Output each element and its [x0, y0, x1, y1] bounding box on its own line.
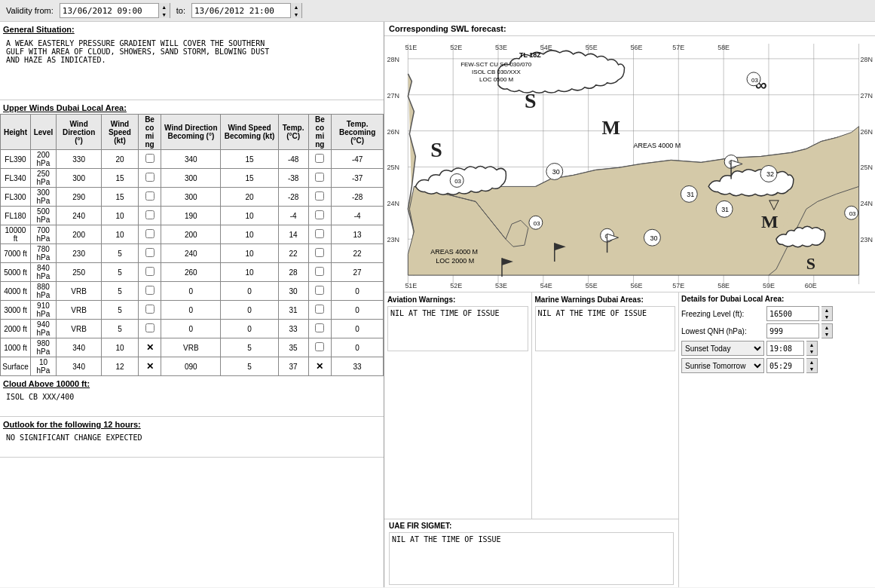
from-date-up[interactable]: ▲ [159, 3, 170, 11]
cell-level: 250 hPa [30, 169, 56, 188]
cell-level: 910 hPa [30, 301, 56, 320]
svg-text:52E: 52E [450, 44, 462, 51]
cell-beco2[interactable] [308, 169, 332, 188]
svg-text:55E: 55E [586, 282, 598, 289]
from-date-input-group[interactable]: ▲ ▼ [60, 3, 170, 18]
freezing-level-row: Freezing Level (ft): ▲ ▼ [681, 306, 873, 321]
cell-beco1[interactable] [138, 282, 161, 301]
cell-beco2[interactable] [308, 320, 332, 338]
cell-beco1[interactable]: ✕ [138, 357, 161, 376]
sunrise-time-input[interactable] [766, 358, 804, 373]
cell-wind-spd: 15 [102, 169, 138, 188]
cell-beco1[interactable] [138, 150, 161, 169]
sunset-time-down[interactable]: ▼ [806, 348, 817, 355]
sunset-time-input[interactable] [766, 341, 804, 356]
sunrise-time-down[interactable]: ▼ [806, 366, 817, 372]
lowest-qnh-down[interactable]: ▼ [821, 331, 832, 338]
cell-wind-dir: VRB [56, 320, 101, 338]
cell-beco1[interactable] [138, 320, 161, 338]
svg-text:58E: 58E [717, 44, 730, 51]
cell-temp: 37 [278, 357, 308, 376]
winds-table-row: 2000 ft940 hPaVRB500330 [1, 320, 384, 338]
lowest-qnh-spinner[interactable]: ▲ ▼ [821, 323, 833, 338]
svg-text:55E: 55E [586, 44, 598, 51]
svg-text:54E: 54E [540, 282, 552, 289]
cell-beco1[interactable] [138, 301, 161, 320]
sunrise-time-spinner[interactable]: ▲ ▼ [806, 358, 818, 373]
svg-text:51E: 51E [405, 282, 417, 289]
cell-beco2[interactable] [308, 244, 332, 263]
to-date-input[interactable] [192, 4, 290, 17]
freezing-level-spinner[interactable]: ▲ ▼ [821, 306, 833, 321]
cell-wind-dir: 250 [56, 263, 101, 282]
freezing-level-input[interactable] [766, 306, 819, 321]
to-date-down[interactable]: ▼ [291, 11, 301, 18]
map-container: 28N 27N 26N 25N 24N 23N 51E 52E 53E 54E … [384, 36, 875, 292]
cell-temp: 22 [278, 244, 308, 263]
freezing-level-up[interactable]: ▲ [821, 307, 832, 314]
upper-winds-section: Upper Winds Dubai Local Area: Height Lev… [0, 100, 384, 376]
from-date-down[interactable]: ▼ [159, 11, 170, 18]
cell-height: 7000 ft [1, 244, 31, 263]
cell-beco2[interactable] [308, 225, 332, 244]
cell-wind-dir: 330 [56, 150, 101, 169]
cell-beco1[interactable] [138, 225, 161, 244]
sunrise-row: Sunrise Tomorrow Sunrise Today ▲ ▼ [681, 358, 873, 373]
cell-beco2[interactable] [308, 282, 332, 301]
cell-level: 300 hPa [30, 188, 56, 207]
marine-warnings-label: Marine Warnings Dubai Areas: [535, 296, 676, 304]
cloud-above-title: Cloud Above 10000 ft: [3, 379, 381, 388]
to-date-up[interactable]: ▲ [291, 3, 301, 11]
svg-text:26N: 26N [387, 128, 399, 136]
sunset-row: Sunset Today Sunset Tomorrow ▲ ▼ [681, 341, 873, 356]
cell-level: 700 hPa [30, 225, 56, 244]
svg-text:AREAS 4000 M: AREAS 4000 M [430, 248, 478, 256]
from-date-spinner[interactable]: ▲ ▼ [158, 3, 170, 18]
winds-table-row: FL300300 hPa2901530020-28-28 [1, 188, 384, 207]
cell-beco2[interactable] [308, 207, 332, 225]
to-date-spinner[interactable]: ▲ ▼ [290, 3, 301, 18]
cell-beco1[interactable] [138, 188, 161, 207]
map-svg: 28N 27N 26N 25N 24N 23N 51E 52E 53E 54E … [384, 36, 875, 292]
lowest-qnh-input[interactable] [766, 323, 819, 338]
svg-text:32: 32 [766, 170, 774, 178]
cell-beco2[interactable] [308, 263, 332, 282]
cell-temp: 28 [278, 263, 308, 282]
cell-wind-dir-bec: 240 [161, 244, 221, 263]
cell-level: 940 hPa [30, 320, 56, 338]
cell-beco1[interactable]: ✕ [138, 338, 161, 357]
aviation-warnings-box: Aviation Warnings: NIL AT THE TIME OF IS… [384, 292, 532, 519]
freezing-level-down[interactable]: ▼ [821, 314, 832, 320]
sunset-time-up[interactable]: ▲ [806, 341, 817, 348]
left-warnings-section: Aviation Warnings: NIL AT THE TIME OF IS… [384, 292, 679, 587]
lowest-qnh-up[interactable]: ▲ [821, 324, 832, 331]
cell-beco2[interactable] [308, 188, 332, 207]
svg-text:LOC 2000 M: LOC 2000 M [436, 257, 474, 265]
cell-beco1[interactable] [138, 207, 161, 225]
cell-beco2[interactable] [308, 338, 332, 357]
cell-height: 4000 ft [1, 282, 31, 301]
sunset-time-spinner[interactable]: ▲ ▼ [806, 341, 818, 356]
cell-wind-spd-bec: 10 [221, 207, 278, 225]
svg-text:57E: 57E [672, 44, 684, 51]
cell-beco1[interactable] [138, 244, 161, 263]
sunrise-select[interactable]: Sunrise Tomorrow Sunrise Today [681, 358, 764, 373]
svg-text:56E: 56E [630, 44, 642, 51]
cell-wind-spd-bec: 0 [221, 282, 278, 301]
cell-beco2[interactable] [308, 150, 332, 169]
cell-height: FL340 [1, 169, 31, 188]
to-date-input-group[interactable]: ▲ ▼ [191, 3, 302, 18]
sunrise-time-up[interactable]: ▲ [806, 359, 817, 366]
sunset-select[interactable]: Sunset Today Sunset Tomorrow [681, 341, 764, 356]
col-height: Height [1, 115, 31, 150]
svg-text:59E: 59E [763, 282, 775, 289]
cell-beco2[interactable]: ✕ [308, 357, 332, 376]
cell-temp: -48 [278, 150, 308, 169]
from-date-input[interactable] [60, 4, 158, 17]
cell-wind-spd-bec: 10 [221, 244, 278, 263]
cell-beco1[interactable] [138, 169, 161, 188]
cell-beco2[interactable] [308, 301, 332, 320]
cell-wind-dir-bec: 300 [161, 188, 221, 207]
cell-temp: 30 [278, 282, 308, 301]
cell-beco1[interactable] [138, 263, 161, 282]
